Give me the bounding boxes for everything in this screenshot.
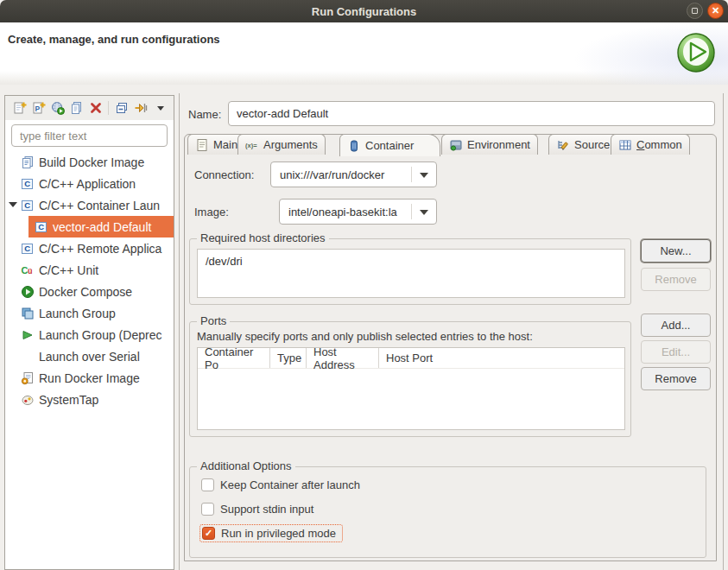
- checkbox-checked-icon[interactable]: ✓: [202, 527, 215, 540]
- c-app-icon: C: [21, 199, 35, 212]
- tree-item-build-docker-image[interactable]: Build Docker Image: [5, 151, 174, 173]
- delete-icon[interactable]: [87, 99, 104, 117]
- tree-item-label: C/C++ Unit: [39, 263, 98, 277]
- tab-container[interactable]: Container: [339, 134, 440, 156]
- new-prototype-icon[interactable]: P: [30, 99, 47, 117]
- image-value: intel/oneapi-basekit:la: [288, 206, 397, 218]
- window-title: Run Configurations: [312, 5, 416, 18]
- host-directories-list[interactable]: /dev/dri: [197, 249, 625, 298]
- configurations-toolbar: P: [5, 96, 174, 120]
- image-label: Image:: [194, 206, 229, 218]
- column-header-container-port[interactable]: Container Po: [198, 348, 270, 368]
- duplicate-icon[interactable]: [68, 99, 85, 117]
- tree-item-label: Launch over Serial: [39, 350, 140, 364]
- image-combo[interactable]: intel/oneapi-basekit:la: [279, 199, 437, 225]
- menu-dropdown-icon[interactable]: [151, 99, 168, 117]
- tab-environment[interactable]: Environment: [441, 134, 538, 155]
- tab-label: Arguments: [263, 138, 318, 151]
- tree-item-label: C/C++ Remote Applica: [39, 242, 161, 256]
- maximize-icon: [692, 8, 698, 14]
- tree-item-launch-over-serial[interactable]: Launch over Serial: [5, 345, 174, 367]
- privileged-mode-checkbox-row[interactable]: ✓ Run in privileged mode: [199, 524, 343, 542]
- c-app-icon: C: [35, 220, 48, 234]
- keep-container-checkbox-row[interactable]: Keep Container after launch: [201, 478, 360, 491]
- tree-item-launch-group[interactable]: Launch Group: [5, 302, 174, 324]
- maximize-button[interactable]: [687, 3, 703, 19]
- connection-value: unix:///var/run/docker: [280, 168, 384, 181]
- ports-title: Ports: [197, 314, 230, 327]
- tree-item-label: C/C++ Container Laun: [39, 199, 160, 212]
- common-tab-icon: [618, 138, 632, 152]
- checkbox-label: Run in privileged mode: [221, 527, 336, 540]
- tree-item-cpp-unit[interactable]: Cü C/C++ Unit: [5, 259, 174, 281]
- arguments-tab-icon: (x)=: [245, 138, 259, 152]
- tree-item-run-docker-image[interactable]: Run Docker Image: [5, 367, 174, 389]
- new-config-icon[interactable]: [11, 99, 28, 117]
- filter-icon[interactable]: [132, 99, 149, 117]
- ports-description: Manually specify ports and only publish …: [197, 330, 533, 343]
- remove-port-button[interactable]: Remove: [641, 367, 711, 390]
- tree-item-docker-compose[interactable]: Docker Compose: [5, 281, 174, 302]
- tree-item-systemtap[interactable]: SystemTap: [5, 389, 174, 410]
- tree-item-vector-add-default[interactable]: C vector-add Default: [28, 216, 174, 238]
- filter-field-wrap: [11, 124, 168, 147]
- tree-item-cpp-application[interactable]: C C/C++ Application: [5, 173, 174, 194]
- tree-item-label: SystemTap: [39, 393, 98, 407]
- column-header-host-port[interactable]: Host Port: [379, 348, 624, 368]
- c-app-icon: C: [21, 177, 35, 191]
- close-icon: ✕: [712, 6, 719, 16]
- tree-item-cpp-container-launcher[interactable]: C C/C++ Container Laun: [5, 194, 174, 216]
- connection-combo[interactable]: unix:///var/run/docker: [270, 162, 437, 187]
- tab-arguments[interactable]: (x)= Arguments: [237, 134, 326, 155]
- source-tab-icon: [556, 138, 570, 152]
- export-config-icon[interactable]: [49, 99, 66, 117]
- tree-item-label: C/C++ Application: [39, 177, 136, 191]
- title-bar[interactable]: Run Configurations ✕: [0, 0, 728, 22]
- list-item[interactable]: /dev/dri: [198, 250, 624, 273]
- tab-source[interactable]: Source: [548, 134, 617, 155]
- column-header-host-address[interactable]: Host Address: [307, 348, 379, 368]
- support-stdin-checkbox-row[interactable]: Support stdin input: [201, 503, 313, 516]
- svg-text:(x)=: (x)=: [245, 142, 257, 149]
- checkbox-unchecked-icon[interactable]: [201, 478, 214, 491]
- header-title: Create, manage, and run configurations: [8, 33, 220, 46]
- tree-item-label: vector-add Default: [53, 220, 151, 234]
- tab-label: Environment: [467, 138, 530, 151]
- dialog-header: Create, manage, and run configurations: [0, 22, 728, 85]
- play-icon: [21, 328, 35, 342]
- ports-group: Ports Manually specify ports and only pu…: [189, 321, 631, 437]
- name-input[interactable]: [228, 101, 715, 126]
- tree-item-label: Run Docker Image: [39, 371, 140, 385]
- tab-common[interactable]: Common: [611, 134, 690, 155]
- checkbox-label: Support stdin input: [220, 503, 313, 516]
- run-configurations-dialog: Run Configurations ✕ Create, manage, and…: [0, 0, 728, 570]
- tree-item-label: Launch Group: [39, 307, 116, 320]
- tree-item-launch-group-deprecated[interactable]: Launch Group (Deprec: [5, 324, 174, 345]
- expand-arrow-icon[interactable]: [9, 202, 17, 207]
- name-label: Name:: [188, 108, 221, 121]
- docker-compose-icon: [21, 285, 35, 299]
- close-button[interactable]: ✕: [707, 3, 724, 19]
- checkbox-unchecked-icon[interactable]: [201, 503, 214, 516]
- svg-text:ü: ü: [28, 267, 33, 276]
- environment-tab-icon: [449, 138, 463, 152]
- column-header-type[interactable]: Type: [270, 348, 307, 368]
- tree-item-label: Launch Group (Deprec: [39, 328, 161, 342]
- tree-item-label: Docker Compose: [39, 285, 132, 299]
- host-directories-title: Required host directories: [197, 231, 329, 244]
- new-button[interactable]: New...: [641, 239, 711, 263]
- configurations-panel: P Build Dock: [4, 95, 174, 570]
- add-port-button[interactable]: Add...: [641, 314, 711, 337]
- checkbox-label: Keep Container after launch: [220, 478, 360, 491]
- collapse-all-icon[interactable]: [113, 99, 130, 117]
- svg-text:C: C: [24, 244, 30, 253]
- edit-port-button[interactable]: Edit...: [641, 340, 711, 364]
- launch-group-icon: [21, 307, 35, 320]
- tree-item-cpp-remote-application[interactable]: C C/C++ Remote Applica: [5, 238, 174, 259]
- run-docker-icon: [21, 371, 35, 385]
- configurations-tree: Build Docker Image C C/C++ Application C…: [5, 151, 174, 410]
- remove-host-dir-button[interactable]: Remove: [641, 268, 711, 291]
- tab-folder: Main (x)= Arguments Container Environmen…: [184, 134, 717, 561]
- docker-image-icon: [21, 155, 35, 169]
- filter-input[interactable]: [11, 124, 168, 147]
